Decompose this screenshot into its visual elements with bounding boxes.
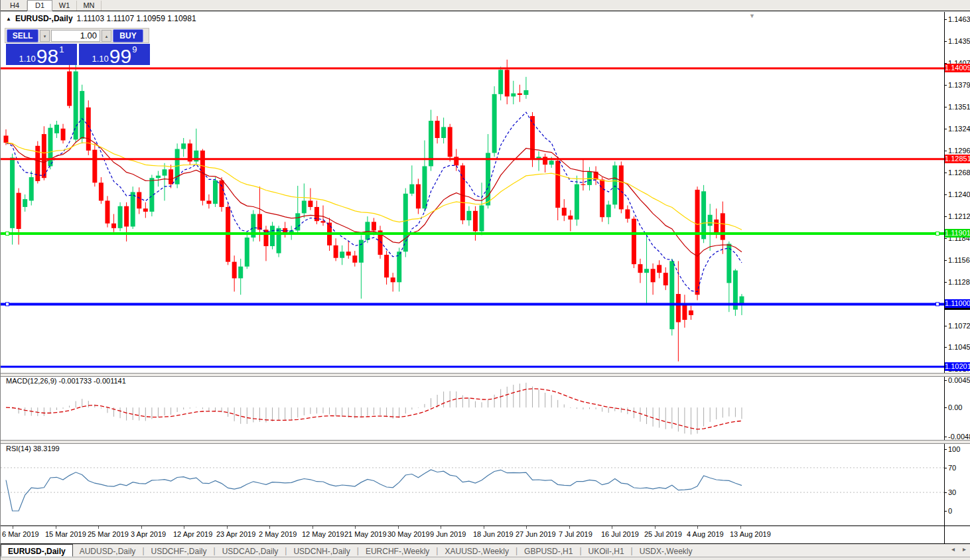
date-tick-label: 27 Jun 2019 [516,530,556,538]
date-tick-mark [740,526,741,529]
chart-tab-eurchf-weekly[interactable]: EURCHF-,Weekly [359,544,436,557]
axis-tick-mark [944,107,947,107]
axis-tick-mark [944,468,947,468]
price-tick-label: 1.13795 [948,81,970,89]
date-tick-label: 9 Jun 2019 [430,530,466,538]
tab-scroll-arrows: ◂ ▸ [951,545,966,553]
date-tick-mark [569,526,570,529]
macd-tick-label: -0.004806 [948,433,970,441]
chart-tab-eurusd-daily[interactable]: EURUSD-,Daily [1,544,73,557]
volume-input[interactable] [51,30,100,42]
rsi-tick-label: 30 [948,488,956,496]
timeframe-toolbar: H4D1W1MN [1,0,970,11]
symbol-name: EURUSD-,Daily [15,14,73,23]
date-tick-label: 12 Apr 2019 [173,530,212,538]
macd-tick-label: 0.00 [948,403,962,411]
hline-handle [936,232,939,235]
rsi-pane-splitter[interactable] [1,440,970,444]
axis-tick-mark [944,511,947,512]
macd-histogram [6,383,742,435]
rsi-tick-label: 100 [948,445,960,453]
date-tick-mark [227,526,228,529]
price-tick-label: 1.13240 [948,125,970,133]
axis-tick-mark [944,282,947,283]
axis-tick-mark [944,380,947,381]
chart-shift-marker-icon[interactable]: ▼ [749,13,755,19]
price-tick-label: 1.14635 [948,15,970,23]
price-axis-separator [944,12,945,543]
date-tick-label: 7 Jul 2019 [559,530,592,538]
date-tick-label: 6 Mar 2019 [2,530,39,538]
timeframe-button-h4[interactable]: H4 [3,1,27,11]
sell-button[interactable]: SELL [7,29,38,42]
timeframe-button-mn[interactable]: MN [77,1,102,11]
chart-tab-usdcad-daily[interactable]: USDCAD-,Daily [216,544,285,557]
chart-tab-ukoil-h1[interactable]: UKOil-,H1 [582,544,631,557]
sell-price-big: 98 [36,48,58,65]
tab-scroll-left-icon[interactable]: ◂ [951,545,955,553]
tab-scroll-right-icon[interactable]: ▸ [963,545,966,553]
date-tick-label: 25 Jul 2019 [644,530,682,538]
price-tick-label: 1.12680 [948,169,970,176]
timeframe-button-w1[interactable]: W1 [52,1,77,11]
buy-price-box[interactable]: 1.10 99 9 [79,44,150,65]
macd-tick-label: 0.004517 [948,376,970,384]
axis-tick-mark [944,85,947,86]
date-tick-mark [98,526,99,529]
hline-handle [6,303,9,306]
chart-tab-usdcnh-daily[interactable]: USDCNH-,Daily [287,544,356,557]
date-tick-mark [612,526,612,529]
axis-tick-mark [944,151,947,151]
volume-increase-button[interactable]: ▴ [102,30,111,42]
axis-tick-mark [944,194,947,195]
axis-tick-mark [944,129,947,129]
one-click-trading-panel: SELL ▾ ▴ BUY [5,28,149,43]
date-tick-label: 16 Jul 2019 [601,530,639,538]
hline-handle [6,232,9,235]
volume-decrease-button[interactable]: ▾ [40,30,50,42]
macd-pane-splitter[interactable] [1,373,970,377]
timeframe-button-d1[interactable]: D1 [27,0,52,11]
buy-button[interactable]: BUY [113,29,143,42]
date-tick-label: 2 May 2019 [259,530,297,538]
hline-price-badge: 1.11901 [945,229,970,238]
date-tick-label: 3 Apr 2019 [131,530,166,538]
axis-tick-mark [944,492,947,493]
chart-title: ▲ EURUSD-,Daily 1.11103 1.11107 1.10959 … [6,14,196,23]
candlestick-chart[interactable] [1,12,944,543]
date-tick-mark [398,526,399,529]
candles [4,52,744,362]
price-tick-label: 1.13515 [948,103,970,111]
axis-tick-mark [944,326,947,326]
axis-tick-mark [944,449,947,450]
date-tick-label: 21 May 2019 [344,530,387,538]
chart-tab-usdchf-daily[interactable]: USDCHF-,Daily [145,544,214,557]
price-tick-label: 1.11285 [948,278,970,286]
date-tick-label: 25 Mar 2019 [88,530,129,538]
chart-tab-xauusd-weekly[interactable]: XAUUSD-,Weekly [438,544,515,557]
axis-tick-mark [944,238,947,239]
ma-mid-red [6,137,742,256]
chart-tab-audusd-daily[interactable]: AUDUSD-,Daily [73,544,143,557]
price-tick-label: 1.10725 [948,322,970,330]
hline-price-badge: 1.10201 [945,362,970,371]
mt4-window: H4D1W1MN ▲ EURUSD-,Daily 1.11103 1.11107… [0,0,970,560]
chart-tab-gbpusd-h1[interactable]: GBPUSD-,H1 [518,544,579,557]
collapse-triangle-icon[interactable]: ▲ [6,16,11,22]
axis-tick-mark [944,41,947,42]
sell-price-box[interactable]: 1.10 98 1 [6,44,77,65]
date-tick-label: 23 Apr 2019 [216,530,255,538]
hline-price-badge: 1.11000 [945,299,970,308]
ohlc-values: 1.11103 1.11107 1.10959 1.10981 [77,14,196,23]
axis-tick-mark [944,19,947,20]
price-tick-label: 1.12960 [948,147,970,155]
date-axis-separator [1,525,970,526]
date-tick-mark [355,526,356,529]
date-tick-mark [526,526,527,529]
axis-tick-mark [944,437,947,437]
date-tick-mark [13,526,13,529]
chart-tab-usdx-weekly[interactable]: USDX-,Weekly [633,544,699,557]
date-tick-label: 18 Jun 2019 [473,530,514,538]
date-tick-mark [184,526,184,529]
date-tick-mark [56,526,56,529]
